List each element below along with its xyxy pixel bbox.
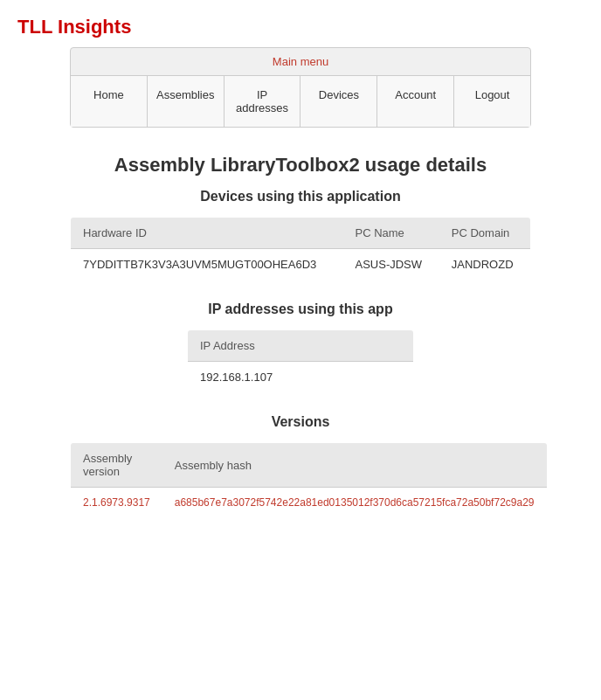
versions-col-hash: Assembly hash — [162, 443, 547, 488]
versions-section-title: Versions — [70, 414, 531, 430]
version-number: 2.1.6973.9317 — [71, 488, 162, 518]
device-pc-domain: JANDROZD — [439, 249, 531, 281]
devices-col-pc-domain: PC Domain — [439, 218, 531, 249]
nav-header: Main menu — [71, 48, 530, 76]
nav-item-devices[interactable]: Devices — [300, 76, 377, 127]
devices-col-hardware-id: Hardware ID — [71, 218, 343, 249]
table-row: 192.168.1.107 — [188, 362, 414, 393]
nav-item-account[interactable]: Account — [377, 76, 454, 127]
devices-table-header-row: Hardware ID PC Name PC Domain — [71, 218, 531, 249]
nav-item-assemblies[interactable]: Assemblies — [148, 76, 225, 127]
ip-table: IP Address 192.168.1.107 — [187, 329, 414, 393]
main-content: Assembly LibraryToolbox2 usage details D… — [0, 128, 601, 536]
ip-table-header-row: IP Address — [188, 330, 414, 362]
versions-table-header-row: Assembly version Assembly hash — [71, 443, 548, 488]
table-row: 7YDDITTB7K3V3A3UVM5MUGT00OHEA6D3 ASUS-JD… — [71, 249, 531, 281]
app-title: TLL Insights — [0, 0, 601, 47]
nav-items: Home Assemblies IP addresses Devices Acc… — [71, 76, 530, 127]
version-hash: a685b67e7a3072f5742e22a81ed0135012f370d6… — [162, 488, 547, 518]
ip-address-value: 192.168.1.107 — [188, 362, 414, 393]
versions-col-version: Assembly version — [71, 443, 162, 488]
nav-item-ip-addresses[interactable]: IP addresses — [225, 76, 301, 127]
devices-col-pc-name: PC Name — [343, 218, 439, 249]
devices-section-title: Devices using this application — [70, 189, 531, 204]
nav-item-logout[interactable]: Logout — [454, 76, 530, 127]
device-hardware-id: 7YDDITTB7K3V3A3UVM5MUGT00OHEA6D3 — [71, 249, 343, 281]
nav-container: Main menu Home Assemblies IP addresses D… — [70, 47, 531, 128]
versions-table: Assembly version Assembly hash 2.1.6973.… — [70, 442, 548, 518]
ip-table-wrapper: IP Address 192.168.1.107 — [70, 329, 531, 393]
ip-col-address: IP Address — [188, 330, 414, 362]
devices-table: Hardware ID PC Name PC Domain 7YDDITTB7K… — [70, 217, 531, 281]
table-row: 2.1.6973.9317 a685b67e7a3072f5742e22a81e… — [71, 488, 548, 518]
page-title: Assembly LibraryToolbox2 usage details — [70, 154, 531, 177]
nav-item-home[interactable]: Home — [71, 76, 148, 127]
ip-section-title: IP addresses using this app — [70, 301, 531, 317]
device-pc-name: ASUS-JDSW — [343, 249, 439, 281]
